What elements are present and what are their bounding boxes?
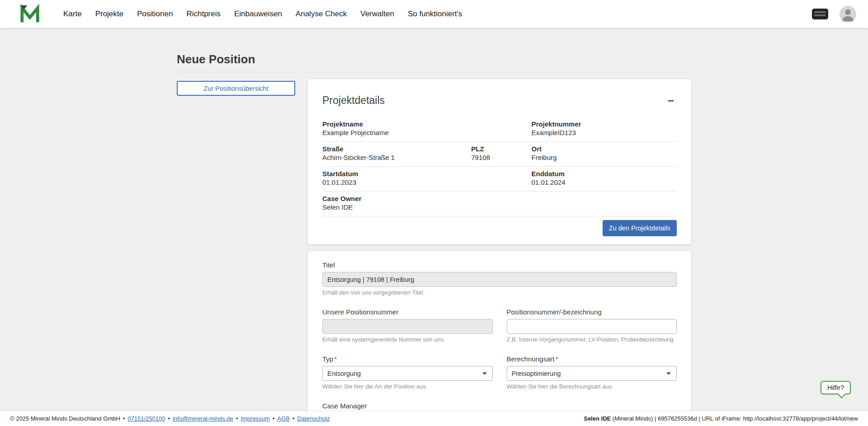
nav-item-so-funktionierts[interactable]: So funktioniert's: [408, 9, 462, 19]
case-owner-value: Selen IDE: [322, 203, 677, 211]
nav-item-einbauweisen[interactable]: Einbauweisen: [234, 9, 282, 19]
separator: •: [236, 415, 238, 422]
chevron-down-icon: [482, 372, 487, 375]
plz-value: 79108: [471, 154, 531, 162]
projektname-value: Example Projectname: [322, 129, 532, 137]
ort-label: Ort: [532, 145, 677, 153]
required-asterisk: *: [555, 355, 558, 363]
collapse-project-details-button[interactable]: −: [665, 94, 677, 107]
footer-link-email[interactable]: info@mineral-minds.de: [173, 415, 233, 422]
logo-mark-icon: [20, 4, 41, 24]
berechnungsart-helper-text: Wählen Sie hier die Berechnungsart aus.: [507, 383, 677, 390]
new-position-form-card: Titel Erhält den von uns vorgegebenen Ti…: [308, 251, 691, 426]
title-divider: [177, 72, 691, 72]
titel-input: [322, 272, 677, 287]
unsere-positionsnummer-helper-text: Erhält eine systemgenerierte Nummer von …: [322, 336, 493, 343]
required-asterisk: *: [334, 355, 337, 363]
unsere-positionsnummer-label: Unsere Positionsnummer: [322, 308, 493, 316]
footer: © 2025 Mineral Minds Deutschland GmbH • …: [0, 411, 868, 426]
table-row: Case Owner Selen IDE: [322, 192, 677, 216]
berechnungsart-select[interactable]: Preisoptimierung: [507, 366, 677, 381]
back-to-positions-button[interactable]: Zur Positionsübersicht: [177, 81, 295, 96]
positionsnummer-helper-text: Z.B. Interne-Vorgangsnummer, LV-Position…: [507, 336, 677, 343]
typ-helper-text: Wählen Sie hier die Art der Position aus…: [322, 383, 493, 390]
typ-select-value: Entsorgung: [327, 370, 361, 377]
berechnungsart-select-value: Preisoptimierung: [512, 370, 561, 377]
person-icon: [840, 6, 856, 23]
projektnummer-label: Projektnummer: [532, 120, 677, 128]
table-row: Straße Achim-Stocker-Straße 1 PLZ 79108 …: [322, 142, 677, 167]
case-owner-label: Case Owner: [322, 195, 677, 203]
table-row: Projektname Example Projectname Projektn…: [322, 117, 677, 142]
left-column: Zur Positionsübersicht: [177, 79, 295, 96]
positionsnummer-input[interactable]: [507, 319, 677, 334]
nav-links: Karte Projekte Positionen Richtpreis Ein…: [63, 9, 462, 19]
separator: •: [292, 415, 295, 422]
unsere-positionsnummer-field-group: Unsere Positionsnummer Erhält eine syste…: [322, 308, 493, 343]
chevron-down-icon: [666, 372, 671, 375]
enddatum-label: Enddatum: [532, 170, 677, 178]
footer-session-info: Selen IDE (Mineral Minds) | 69576255536d…: [584, 415, 858, 422]
unsere-positionsnummer-input: [322, 319, 493, 334]
copyright-text: © 2025 Mineral Minds Deutschland GmbH: [10, 415, 120, 422]
go-to-project-details-button[interactable]: Zu den Projektdetails: [603, 220, 677, 236]
case-manager-label: Case Manager: [322, 402, 677, 410]
strasse-label: Straße: [322, 145, 471, 153]
positionsnummer-field-group: Positionsnummer/-bezeichnung Z.B. Intern…: [507, 308, 677, 343]
positionsnummer-label: Positionsnummer/-bezeichnung: [507, 308, 677, 316]
footer-link-phone[interactable]: 07151/250100: [127, 415, 165, 422]
nav-item-analyse-check[interactable]: Analyse Check: [296, 9, 347, 19]
right-column: Projektdetails − Projektname Example Pro…: [308, 79, 691, 426]
projektnummer-value: ExampleID123: [532, 129, 677, 137]
titel-field-group: Titel Erhält den von uns vorgegebenen Ti…: [322, 261, 677, 296]
server-icon[interactable]: [811, 8, 829, 20]
mineral-minds-logo[interactable]: [20, 4, 42, 24]
top-navbar: Karte Projekte Positionen Richtpreis Ein…: [0, 0, 868, 28]
typ-select[interactable]: Entsorgung: [322, 366, 493, 381]
typ-label: Typ*: [322, 355, 493, 363]
navbar-right: [811, 6, 856, 23]
project-details-table: Projektname Example Projectname Projektn…: [322, 117, 677, 216]
footer-session-details: (Mineral Minds) | 69576255536d | URL of …: [611, 415, 858, 422]
minus-icon: −: [668, 94, 674, 107]
startdatum-value: 01.01.2023: [322, 178, 532, 187]
footer-left: © 2025 Mineral Minds Deutschland GmbH • …: [10, 415, 330, 422]
berechnungsart-field-group: Berechnungsart* Preisoptimierung Wählen …: [507, 355, 677, 390]
separator: •: [123, 415, 125, 422]
separator: •: [168, 415, 170, 422]
help-button[interactable]: Hilfe?: [821, 381, 851, 394]
footer-user-name: Selen IDE: [584, 415, 611, 422]
strasse-value: Achim-Stocker-Straße 1: [322, 154, 471, 162]
enddatum-value: 01.01.2024: [532, 178, 677, 187]
ort-value: Freiburg: [532, 154, 677, 162]
nav-item-richtpreis[interactable]: Richtpreis: [186, 9, 221, 19]
footer-link-datenschutz[interactable]: Datenschutz: [297, 415, 330, 422]
footer-link-impressum[interactable]: Impressum: [241, 415, 269, 422]
berechnungsart-label: Berechnungsart*: [507, 355, 677, 363]
user-avatar[interactable]: [840, 6, 856, 23]
project-details-title: Projektdetails: [322, 94, 385, 107]
nav-item-karte[interactable]: Karte: [63, 9, 82, 19]
nav-item-projekte[interactable]: Projekte: [95, 9, 123, 19]
main-content: Neue Position Zur Positionsübersicht Pro…: [0, 28, 868, 426]
nav-item-verwalten[interactable]: Verwalten: [360, 9, 394, 19]
table-row: Startdatum 01.01.2023 Enddatum 01.01.202…: [322, 167, 677, 192]
nav-item-positionen[interactable]: Positionen: [137, 9, 173, 19]
titel-label: Titel: [322, 261, 677, 269]
projektname-label: Projektname: [322, 120, 532, 128]
typ-field-group: Typ* Entsorgung Wählen Sie hier die Art …: [322, 355, 493, 390]
separator: •: [273, 415, 275, 422]
project-details-card: Projektdetails − Projektname Example Pro…: [308, 79, 691, 244]
titel-helper-text: Erhält den von uns vorgegebenen Titel.: [322, 289, 677, 296]
footer-link-agb[interactable]: AGB: [277, 415, 289, 422]
page-title: Neue Position: [177, 52, 691, 66]
startdatum-label: Startdatum: [322, 170, 532, 178]
plz-label: PLZ: [471, 145, 531, 153]
